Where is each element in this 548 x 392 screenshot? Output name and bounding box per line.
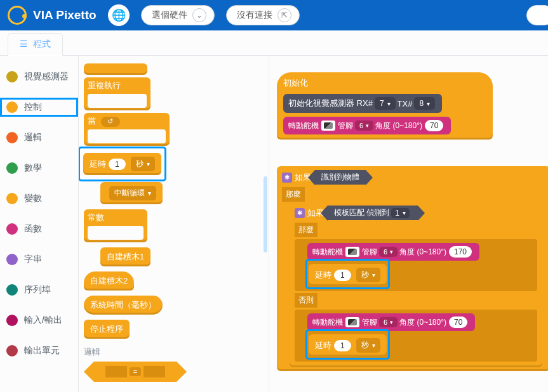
block-delay-then[interactable]: 延時 1 秒 [309,264,387,286]
block-stop[interactable]: 停止程序 [84,320,130,339]
sidebar-item-serial[interactable]: 序列埠 [0,280,78,299]
sidebar-item-io[interactable]: 輸入/輸出 [0,311,78,330]
block-servo-then[interactable]: 轉動舵機 管腳 6 角度 (0~180°) 170 [307,243,479,261]
then-label: 那麼 [282,187,305,202]
pin-dropdown[interactable]: 6 [355,121,373,131]
block-delay[interactable]: 延時 1 秒 [83,153,161,175]
block-systime[interactable]: 系統時間（毫秒） [84,296,163,315]
sidebar-item-vision[interactable]: 視覺感測器 [0,67,78,86]
delay-value-field[interactable]: 1 [334,270,351,281]
workspace[interactable]: 初始化 初始化視覺感測器 RX# 7 TX# 8 轉動舵機 管腳 6 角度 (0… [269,56,548,392]
block-label: 模板匹配 偵測到 [334,207,389,218]
operator-dropdown[interactable]: = [130,367,141,376]
sidebar-item-label: 函數 [24,223,42,235]
block-constant[interactable]: 常數 [84,209,147,242]
else-bay: 轉動舵機 管腳 6 角度 (0~180°) 70 延時 1 秒 [295,310,537,362]
sidebar-item-string[interactable]: 字串 [0,250,78,269]
then-label: 那麼 [295,223,317,237]
block-equals[interactable]: = [94,362,177,382]
category-dot-icon [6,101,18,113]
header-right-button[interactable] [526,5,548,25]
block-servo-init[interactable]: 轉動舵機 管腳 6 角度 (0~180°) 70 [283,117,451,134]
sidebar-item-label: 輸出單元 [24,345,60,356]
block-when[interactable]: 當 [84,113,170,146]
sidebar-item-label: 字串 [24,254,42,265]
block-if-outer[interactable]: ✱ 如果 識別到物體 那麼 ✱ 如果 模板匹配 偵測到 1 那麼 [277,166,548,371]
block-label: 系統時間（毫秒） [90,299,156,311]
pin-dropdown[interactable]: 6 [379,247,398,257]
sidebar-item-label: 變數 [24,193,42,204]
servo-icon [345,247,359,257]
servo-icon [345,317,359,327]
category-dot-icon [6,132,18,143]
then-bay: 轉動舵機 管腳 6 角度 (0~180°) 170 延時 1 秒 [295,239,537,291]
category-dot-icon [6,284,18,296]
cond-template[interactable]: 模板匹配 偵測到 1 [328,206,418,220]
block-fragment[interactable] [84,63,147,75]
category-dot-icon [6,223,18,235]
block-label: 角度 (0~180°) [399,317,446,328]
tab-code[interactable]: ☰ 程式 [8,33,63,56]
block-label: 管腳 [362,247,377,258]
block-label: TX# [398,99,413,108]
palette-group-label: 邏輯 [84,346,264,358]
bool-slot-left[interactable] [105,366,127,377]
link-icon: ⇱ [277,8,291,22]
block-delay-else[interactable]: 延時 1 秒 [309,334,387,356]
delay-value-field[interactable]: 1 [109,159,126,170]
category-dot-icon [6,254,18,265]
sidebar-item-functions[interactable]: 函數 [0,219,78,238]
block-label: 延時 [315,270,331,281]
sidebar-item-logic[interactable]: 邏輯 [0,128,78,147]
break-loop-dropdown[interactable]: 中斷循環 [109,186,156,200]
language-button[interactable]: 🌐 [108,4,130,26]
else-label: 否則 [295,293,317,308]
scrollbar[interactable] [264,176,267,252]
sidebar-item-math[interactable]: 數學 [0,159,78,178]
rx-dropdown[interactable]: 7 [375,97,396,110]
template-id-dropdown[interactable]: 1 [391,208,410,218]
bool-slot-right[interactable] [144,366,165,377]
sidebar-item-output[interactable]: 輸出單元 [0,341,78,360]
category-sidebar: 視覺感測器 控制 邏輯 數學 變數 函數 字串 序列埠 輸入/輸出 輸出單元 [0,56,79,392]
delay-unit-dropdown[interactable]: 秒 [356,338,380,353]
delay-unit-dropdown[interactable]: 秒 [356,268,380,282]
c-slot [88,94,147,108]
sidebar-item-label: 序列埠 [24,284,51,296]
block-label: 常數 [88,212,104,222]
sidebar-item-control[interactable]: 控制 [0,98,78,117]
pin-dropdown[interactable]: 6 [379,317,398,327]
block-label: 初始化視覺感測器 RX# [288,98,373,109]
block-break-loop[interactable]: 中斷循環 [100,182,163,204]
delay-value-field[interactable]: 1 [334,340,351,351]
block-if-inner[interactable]: ✱ 如果 模板匹配 偵測到 1 那麼 轉動舵機 管腳 6 角度 (0~180°) [290,202,542,367]
chevron-down-icon: ⌄ [192,8,206,22]
block-label: 轉動舵機 [288,121,319,131]
block-init-hat[interactable]: 初始化 初始化視覺感測器 RX# 7 TX# 8 轉動舵機 管腳 6 角度 (0… [277,72,493,140]
delay-unit-dropdown[interactable]: 秒 [131,157,155,171]
block-servo-else[interactable]: 轉動舵機 管腳 6 角度 (0~180°) 70 [307,313,475,331]
tx-dropdown[interactable]: 8 [414,97,435,110]
main-layout: 視覺感測器 控制 邏輯 數學 變數 函數 字串 序列埠 輸入/輸出 輸出單元 重… [0,56,548,392]
tab-code-label: 程式 [33,39,51,49]
block-label: 轉動舵機 [312,317,343,328]
gear-icon[interactable]: ✱ [295,208,305,218]
angle-field[interactable]: 170 [449,246,472,258]
connection-status[interactable]: 沒有連接 ⇱ [226,5,300,25]
sidebar-item-label: 輸入/輸出 [24,315,62,326]
block-init-sensor[interactable]: 初始化視覺感測器 RX# 7 TX# 8 [283,94,442,113]
repeat-icon [101,117,120,127]
cond-detected[interactable]: 識別到物體 [315,170,366,185]
block-repeat[interactable]: 重複執行 [84,77,150,110]
angle-field[interactable]: 70 [425,120,443,131]
sidebar-item-variables[interactable]: 變數 [0,189,78,208]
block-custom2-def[interactable]: 自建積木2 [84,271,134,291]
select-hardware-dropdown[interactable]: 選個硬件 ⌄ [141,5,215,25]
header-bar: VIA Pixetto 🌐 選個硬件 ⌄ 沒有連接 ⇱ [0,0,548,30]
block-custom1[interactable]: 自建積木1 [100,247,150,266]
gear-icon[interactable]: ✱ [282,173,292,183]
logo-icon [8,6,27,25]
sidebar-item-label: 數學 [24,162,42,174]
angle-field[interactable]: 70 [449,317,467,328]
category-dot-icon [6,162,18,174]
